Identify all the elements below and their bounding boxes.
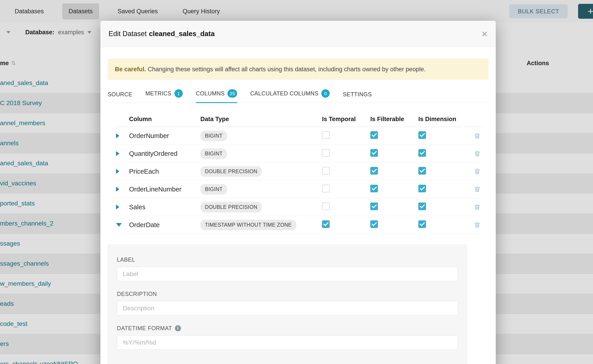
description-section: DESCRIPTION bbox=[117, 291, 458, 316]
delete-column-icon[interactable] bbox=[474, 186, 482, 193]
column-row: SalesDOUBLE PRECISION bbox=[114, 198, 482, 216]
column-row: QuantityOrderedBIGINT bbox=[114, 145, 482, 162]
is-temporal-checkbox[interactable] bbox=[322, 202, 330, 210]
columns-table: Column Data Type Is Temporal Is Filterab… bbox=[114, 112, 482, 234]
tab-calculated-columns[interactable]: CALCULATED COLUMNS 0 bbox=[250, 89, 330, 103]
column-row: PriceEachDOUBLE PRECISION bbox=[114, 162, 482, 180]
column-row: OrderLineNumberBIGINT bbox=[114, 180, 482, 198]
close-icon[interactable]: × bbox=[481, 29, 488, 39]
is-filterable-checkbox[interactable] bbox=[370, 167, 378, 175]
is-temporal-checkbox[interactable] bbox=[322, 220, 330, 228]
header-is-filterable: Is Filterable bbox=[370, 116, 418, 123]
modal-title-dataset-name: cleaned_sales_data bbox=[149, 30, 215, 38]
data-type-pill: DOUBLE PRECISION bbox=[200, 202, 262, 212]
column-row: OrderDateTIMESTAMP WITHOUT TIME ZONE bbox=[114, 216, 482, 234]
info-icon: i bbox=[175, 325, 181, 331]
is-dimension-checkbox[interactable] bbox=[418, 131, 426, 139]
is-filterable-checkbox[interactable] bbox=[370, 220, 378, 228]
label-input[interactable] bbox=[117, 267, 458, 281]
label-section: LABEL bbox=[117, 256, 458, 281]
tab-settings-label: SETTINGS bbox=[343, 91, 372, 98]
columns-table-body: OrderNumberBIGINTQuantityOrderedBIGINTPr… bbox=[114, 127, 482, 234]
header-data-type: Data Type bbox=[200, 116, 322, 123]
data-type-pill: BIGINT bbox=[200, 148, 227, 159]
modal-header: Edit Datasetcleaned_sales_data × bbox=[100, 21, 496, 47]
header-column: Column bbox=[129, 116, 200, 123]
warning-bold-text: Be careful. bbox=[115, 66, 146, 73]
column-row: OrderNumberBIGINT bbox=[114, 127, 482, 145]
tab-metrics-label: METRICS bbox=[145, 90, 171, 97]
datetime-format-section: DATETIME FORMAT i bbox=[117, 325, 458, 350]
column-name: OrderLineNumber bbox=[129, 186, 200, 193]
description-input[interactable] bbox=[117, 301, 458, 316]
is-filterable-checkbox[interactable] bbox=[370, 202, 378, 210]
calculated-columns-count-badge: 0 bbox=[321, 89, 330, 98]
is-temporal-checkbox[interactable] bbox=[322, 149, 330, 157]
data-type-pill: BIGINT bbox=[200, 130, 227, 141]
edit-dataset-modal: Edit Datasetcleaned_sales_data × Be care… bbox=[100, 21, 496, 364]
warning-banner: Be careful. Changing these settings will… bbox=[108, 59, 488, 80]
metrics-count-badge: 1 bbox=[174, 89, 183, 98]
expand-caret-icon[interactable] bbox=[114, 205, 129, 209]
columns-table-header: Column Data Type Is Temporal Is Filterab… bbox=[114, 112, 482, 127]
delete-column-icon[interactable] bbox=[474, 203, 482, 211]
is-filterable-checkbox[interactable] bbox=[370, 149, 378, 157]
column-name: Sales bbox=[129, 203, 200, 211]
warning-text: Changing these settings will affect all … bbox=[146, 66, 426, 73]
page: Databases Datasets Saved Queries Query H… bbox=[0, 0, 593, 364]
expand-caret-icon[interactable] bbox=[114, 133, 129, 138]
is-temporal-checkbox[interactable] bbox=[322, 185, 330, 192]
column-detail-panel: LABEL DESCRIPTION DATETIME FORMAT i bbox=[107, 244, 467, 364]
tab-metrics[interactable]: METRICS 1 bbox=[145, 89, 183, 103]
tab-calculated-columns-label: CALCULATED COLUMNS bbox=[250, 90, 319, 97]
is-dimension-checkbox[interactable] bbox=[418, 202, 426, 210]
data-type-pill: TIMESTAMP WITHOUT TIME ZONE bbox=[200, 220, 296, 230]
header-is-dimension: Is Dimension bbox=[418, 116, 461, 123]
header-is-temporal: Is Temporal bbox=[322, 116, 370, 123]
is-temporal-checkbox[interactable] bbox=[322, 131, 330, 139]
is-dimension-checkbox[interactable] bbox=[418, 220, 426, 228]
column-name: OrderNumber bbox=[129, 132, 200, 140]
modal-title: Edit Datasetcleaned_sales_data bbox=[109, 30, 215, 38]
delete-column-icon[interactable] bbox=[474, 168, 482, 175]
expand-caret-icon[interactable] bbox=[114, 169, 129, 174]
tab-source[interactable]: SOURCE bbox=[108, 91, 132, 103]
datetime-format-input[interactable] bbox=[117, 335, 458, 350]
is-filterable-checkbox[interactable] bbox=[370, 185, 378, 192]
is-dimension-checkbox[interactable] bbox=[418, 149, 426, 157]
tab-columns-label: COLUMNS bbox=[196, 90, 225, 97]
data-type-pill: BIGINT bbox=[200, 184, 227, 195]
datetime-format-field-label: DATETIME FORMAT i bbox=[117, 325, 458, 332]
column-name: QuantityOrdered bbox=[129, 150, 200, 157]
description-field-label: DESCRIPTION bbox=[117, 291, 458, 297]
columns-count-badge: 25 bbox=[227, 89, 237, 98]
modal-tabs: SOURCE METRICS 1 COLUMNS 25 CALCULATED C… bbox=[108, 89, 488, 103]
expand-caret-icon[interactable] bbox=[114, 151, 129, 156]
column-name: PriceEach bbox=[129, 168, 200, 175]
tab-columns[interactable]: COLUMNS 25 bbox=[196, 89, 237, 103]
column-name: OrderDate bbox=[129, 221, 200, 229]
is-dimension-checkbox[interactable] bbox=[418, 167, 426, 175]
is-filterable-checkbox[interactable] bbox=[370, 131, 378, 139]
is-dimension-checkbox[interactable] bbox=[418, 185, 426, 192]
delete-column-icon[interactable] bbox=[474, 150, 482, 157]
tab-source-label: SOURCE bbox=[108, 91, 132, 98]
expand-caret-icon[interactable] bbox=[114, 187, 129, 192]
delete-column-icon[interactable] bbox=[474, 132, 482, 139]
collapse-caret-icon[interactable] bbox=[114, 223, 129, 227]
tab-settings[interactable]: SETTINGS bbox=[343, 91, 372, 103]
is-temporal-checkbox[interactable] bbox=[322, 167, 330, 175]
label-field-label: LABEL bbox=[117, 256, 458, 263]
data-type-pill: DOUBLE PRECISION bbox=[200, 166, 262, 177]
datetime-format-label-text: DATETIME FORMAT bbox=[117, 325, 172, 332]
delete-column-icon[interactable] bbox=[474, 221, 482, 228]
modal-title-prefix: Edit Dataset bbox=[109, 30, 147, 38]
